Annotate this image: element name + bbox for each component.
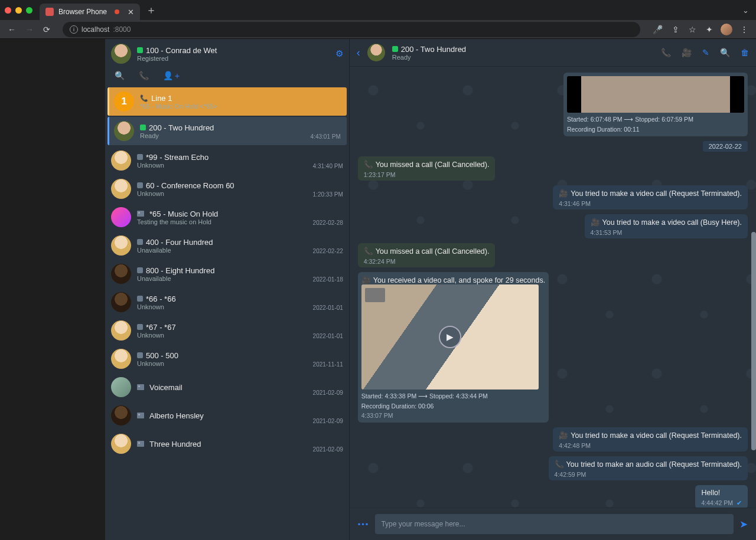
contact-title: Alberto Hensley <box>149 411 204 420</box>
contact-time: 2021-02-09 <box>313 446 343 453</box>
contact-card-icon <box>137 211 144 217</box>
dial-icon[interactable]: 📞 <box>139 71 149 81</box>
window-controls <box>5 7 32 14</box>
message-time: 4:42:48 PM <box>559 442 742 449</box>
message-bubble: 📞You tried to make an audio call (Reques… <box>549 456 748 480</box>
presence-unknown-icon <box>137 239 143 245</box>
compose-bar: ••• ➤ <box>350 508 756 540</box>
play-icon[interactable]: ▶ <box>439 326 461 348</box>
site-info-icon[interactable]: i <box>70 25 78 34</box>
message-time: 4:33:07 PM <box>361 412 545 419</box>
contact-avatar <box>111 235 131 256</box>
contact-row[interactable]: 60 - Conference Room 60Unknown1:20:33 PM <box>105 175 349 203</box>
delivered-icon: ✔ <box>737 499 742 506</box>
settings-icon[interactable]: ⚙︎ <box>335 48 343 59</box>
contact-avatar <box>111 207 131 227</box>
contact-card-icon <box>137 384 144 390</box>
share-icon[interactable]: ⇪ <box>670 23 681 36</box>
contact-sub: Unknown <box>137 332 307 339</box>
contact-row[interactable]: *66 - *66Unknown2022-01-01 <box>105 288 349 316</box>
delete-icon[interactable]: 🗑 <box>741 48 749 57</box>
contact-sub: Unknown <box>137 190 307 197</box>
contact-avatar <box>111 292 131 312</box>
message-text: Hello! <box>701 489 742 497</box>
forward-button[interactable]: → <box>24 23 35 36</box>
contact-title: Line 1 <box>151 94 172 103</box>
contact-title: *66 - *66 <box>146 294 176 303</box>
contact-title: 200 - Two Hundred <box>149 123 214 132</box>
message-time: 4:31:46 PM <box>559 200 742 207</box>
contact-time: 2021-02-09 <box>313 390 343 396</box>
reload-button[interactable]: ⟳ <box>41 23 52 36</box>
contact-time: 2022-02-28 <box>313 220 343 226</box>
missed-call-icon: 📞 <box>364 247 373 256</box>
contact-row[interactable]: *99 - Stream EchoUnknown4:31:40 PM <box>105 146 349 175</box>
contact-row[interactable]: 200 - Two HundredReady4:43:01 PM <box>107 117 347 145</box>
phone-icon: 📞 <box>140 94 148 102</box>
contact-row[interactable]: Three Hundred2021-02-09 <box>105 430 349 458</box>
video-call-icon[interactable]: 🎥 <box>682 48 692 57</box>
favicon-icon <box>45 8 54 16</box>
contact-sub: Unknown <box>137 360 307 367</box>
message-bubble: 📞You missed a call (Call Cancelled).4:32… <box>358 243 496 267</box>
audio-call-icon[interactable]: 📞 <box>661 48 671 57</box>
send-button[interactable]: ➤ <box>739 518 748 531</box>
add-contact-icon[interactable]: 👤＋ <box>163 71 181 81</box>
message-input[interactable] <box>375 514 734 534</box>
minimize-window[interactable] <box>15 7 22 14</box>
contact-avatar <box>111 349 131 369</box>
browser-tab[interactable]: Browser Phone ✕ <box>40 4 140 20</box>
peer-title: 200 - Two Hundred <box>401 45 466 54</box>
contact-row[interactable]: 800 - Eight HundredUnavailable2022-01-18 <box>105 260 349 288</box>
contact-row[interactable]: *67 - *67Unknown2022-01-01 <box>105 316 349 345</box>
video-recording-card[interactable]: Started: 6:07:48 PM ⟶ Stopped: 6:07:59 P… <box>563 73 748 136</box>
conversation-panel: ‹ 200 - Two Hundred Ready 📞 🎥 ✎ 🔍 🗑 Star… <box>350 39 756 540</box>
message-stream[interactable]: Started: 6:07:48 PM ⟶ Stopped: 6:07:59 P… <box>350 67 756 508</box>
contact-row[interactable]: 400 - Four HundredUnavailable2022-02-22 <box>105 231 349 260</box>
address-bar[interactable]: i localhost:8000 <box>63 22 640 37</box>
menu-icon[interactable]: ⋮ <box>738 23 750 36</box>
video-thumbnail[interactable]: ▶ <box>361 284 539 390</box>
presence-ready-icon <box>392 46 398 52</box>
contact-row[interactable]: 500 - 500Unknown2021-11-11 <box>105 345 349 373</box>
tabs-overflow-icon[interactable]: ⌄ <box>740 4 751 17</box>
missed-call-icon: 📞 <box>364 161 373 169</box>
peer-status: Ready <box>392 54 466 61</box>
mic-icon[interactable]: 🎤 <box>651 23 664 36</box>
extensions-icon[interactable]: ✦ <box>704 23 715 36</box>
contact-row[interactable]: Alberto Hensley2021-02-09 <box>105 401 349 430</box>
video-thumbnail[interactable] <box>567 76 744 113</box>
contact-row[interactable]: Voicemail2021-02-09 <box>105 373 349 401</box>
contact-time: 4:43:01 PM <box>311 133 341 140</box>
message-time: 4:42:59 PM <box>555 471 742 478</box>
bookmark-icon[interactable]: ☆ <box>687 23 698 36</box>
profile-avatar[interactable] <box>111 44 131 64</box>
profile-avatar-icon[interactable] <box>721 24 732 35</box>
contact-avatar <box>111 179 131 199</box>
contact-row[interactable]: *65 - Music On HoldTesting the music on … <box>105 203 349 231</box>
new-tab-button[interactable]: ＋ <box>146 3 157 17</box>
message-time: 1:23:17 PM <box>364 171 490 178</box>
contact-avatar <box>111 377 131 397</box>
contact-time: 2022-01-01 <box>313 305 343 311</box>
search-icon[interactable]: 🔍 <box>115 71 125 81</box>
maximize-window[interactable] <box>26 7 32 14</box>
back-button[interactable]: ← <box>6 23 18 36</box>
back-icon[interactable]: ‹ <box>357 47 360 59</box>
sidebar-tools: 🔍 📞 👤＋ <box>105 68 349 86</box>
sidebar: 100 - Conrad de Wet Registered ⚙︎ 🔍 📞 👤＋… <box>105 39 350 540</box>
search-conversation-icon[interactable]: 🔍 <box>720 48 730 57</box>
peer-avatar[interactable] <box>367 44 385 61</box>
presence-unknown-icon <box>137 267 143 273</box>
scrollbar-thumb[interactable] <box>751 232 756 450</box>
close-window[interactable] <box>5 7 11 14</box>
more-options-icon[interactable]: ••• <box>358 520 370 529</box>
close-tab-icon[interactable]: ✕ <box>128 8 134 17</box>
url-port: :8000 <box>113 25 131 34</box>
pip-preview <box>365 288 385 302</box>
presence-ready-icon <box>137 47 143 53</box>
presence-unknown-icon <box>137 182 143 188</box>
edit-icon[interactable]: ✎ <box>702 48 709 57</box>
contact-avatar: 1 <box>114 91 134 112</box>
contact-row[interactable]: 1📞 Line 1*65 - Music On Hold <*65> <box>107 87 347 116</box>
